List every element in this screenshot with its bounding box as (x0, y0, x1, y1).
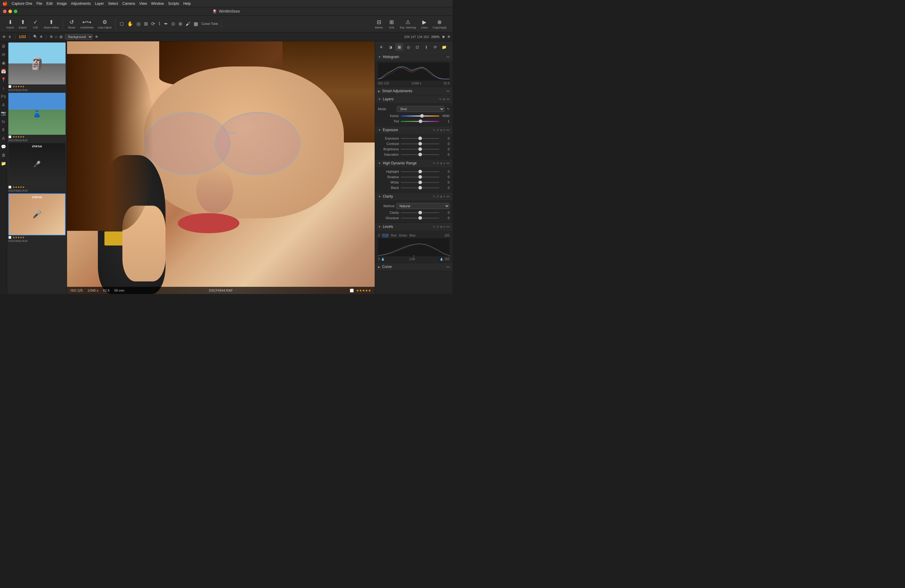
brightness-slider[interactable] (401, 149, 439, 150)
grid-view-button[interactable]: ⊞ (50, 35, 53, 39)
dock-trash-icon[interactable]: 🗑 (2, 153, 6, 157)
export-button[interactable]: ⬆ Export (17, 17, 29, 30)
visibility-toggle[interactable]: 👁 (2, 35, 6, 39)
levels-tab-red[interactable]: Red (391, 234, 396, 237)
thumbnail-3[interactable]: dTikTok 🎤 ★★★★★ DSCF6941.RAF (8, 143, 65, 192)
tool-details-icon[interactable]: ⊞ (395, 43, 403, 51)
zoom-fit-button[interactable]: ◉ (442, 35, 445, 39)
exp-warning-button[interactable]: ⚠ Exp. Warning (398, 17, 418, 30)
dock-finder-icon[interactable]: 🖥 (2, 44, 6, 49)
cursor-rotate-icon[interactable]: ⟳ (150, 20, 156, 28)
zoom-full-button[interactable]: ⊕ (448, 35, 450, 39)
curve-more-icon[interactable]: ••• (446, 265, 449, 269)
tool-exposure-icon[interactable]: ☀ (377, 43, 385, 51)
share-online-button[interactable]: ⬆ Share online (42, 17, 61, 30)
thumb-checkbox-1[interactable] (8, 85, 11, 88)
clarity-thumb[interactable] (418, 211, 422, 215)
white-slider[interactable] (401, 182, 439, 183)
levels-tab-green[interactable]: Green (399, 234, 407, 237)
cursor-clone-icon[interactable]: ⊙ (170, 20, 176, 28)
exp-menu-icon[interactable]: ≡ (443, 129, 445, 132)
clarity-copy-icon[interactable]: ⊕ (440, 195, 442, 198)
white-thumb[interactable] (418, 181, 422, 184)
dock-messages-icon[interactable]: 💬 (1, 144, 6, 149)
levels-tab-rgb[interactable]: RGB (382, 234, 389, 237)
tint-thumb[interactable] (419, 119, 422, 123)
shadow-thumb[interactable] (418, 175, 422, 179)
levels-menu-icon[interactable]: ≡ (443, 225, 445, 229)
tool-color-icon[interactable]: ◑ (386, 43, 394, 51)
exposure-header[interactable]: ▼ Exposure ✎ ↺ ⊕ ≡ ••• (375, 126, 452, 134)
clarity-edit-icon[interactable]: ✎ (433, 195, 435, 198)
layers-edit-icon[interactable]: ✎ (439, 98, 441, 101)
histogram-more-icon[interactable]: ••• (446, 56, 449, 59)
mode-select[interactable]: Shot (397, 106, 445, 112)
levels-eyedropper-right[interactable]: 💧 (440, 257, 443, 261)
cursor-crop-icon[interactable]: ⊞ (143, 20, 149, 28)
layers-copy-icon[interactable]: ⊕ (443, 98, 445, 101)
apple-menu[interactable]: 🍎 (2, 1, 8, 6)
levels-reset-icon[interactable]: ↺ (437, 225, 439, 229)
import-button[interactable]: ⬇ Import (4, 17, 16, 30)
kelvin-slider[interactable] (401, 116, 439, 116)
cursor-zoom-icon[interactable]: ◎ (135, 20, 142, 28)
thumb-checkbox-2[interactable] (8, 135, 11, 138)
highlight-thumb[interactable] (418, 170, 422, 173)
cursor-pen-icon[interactable]: ✒ (163, 20, 169, 28)
kelvin-thumb[interactable] (420, 114, 424, 118)
thumbnail-4[interactable]: dTikTok 🎤 ★★★★★ DSCF6944.RAF (8, 194, 65, 243)
clarity-slider[interactable] (401, 212, 439, 213)
photo-flag-checkbox[interactable] (350, 289, 354, 292)
smart-adj-more-icon[interactable]: ••• (446, 89, 449, 93)
mode-edit-btn[interactable]: ✎ (447, 107, 449, 111)
cursor-heal-icon[interactable]: ⊛ (177, 20, 183, 28)
tag-button[interactable]: ⊕ (40, 35, 43, 39)
hdr-header[interactable]: ▼ High Dynamic Range ✎ ↺ ⊕ ≡ ••• (375, 159, 452, 167)
tool-history-icon[interactable]: ⟳ (431, 43, 439, 51)
levels-more-icon[interactable]: ••• (446, 225, 449, 229)
cursor-gradient-icon[interactable]: ▦ (192, 20, 199, 28)
hdr-reset-icon[interactable]: ↺ (437, 162, 439, 165)
exp-more-icon[interactable]: ••• (446, 129, 449, 132)
curve-header[interactable]: ▶ Curve ••• (375, 263, 452, 271)
copy-apply-button[interactable]: ⊗ Copy/Apply (431, 17, 448, 30)
menu-edit[interactable]: Edit (46, 2, 53, 6)
levels-edit-icon[interactable]: ✎ (433, 225, 435, 229)
close-button[interactable] (3, 10, 6, 13)
menu-scripts[interactable]: Scripts (168, 2, 179, 6)
grid-button[interactable]: ⊞ Grid (386, 17, 397, 30)
menu-window[interactable]: Window (151, 2, 164, 6)
levels-tab-blue[interactable]: Blue (410, 234, 415, 237)
tool-lens-icon[interactable]: ◎ (404, 43, 412, 51)
exposure-thumb[interactable] (418, 137, 422, 140)
shadow-slider[interactable] (401, 176, 439, 178)
clarity-header[interactable]: ▼ Clarity ✎ ↺ ⊕ ≡ ••• (375, 192, 452, 200)
maximize-button[interactable] (14, 10, 17, 13)
dock-chrome-icon[interactable]: ◉ (2, 60, 5, 65)
clarity-menu-icon[interactable]: ≡ (443, 195, 445, 198)
histogram-header[interactable]: ▼ Histogram ••• (375, 53, 452, 61)
brightness-thumb[interactable] (418, 147, 422, 151)
layers-header[interactable]: ▼ Layers ✎ ⊕ ••• (375, 95, 452, 103)
dock-facetime-icon[interactable]: 📷 (1, 111, 6, 116)
structure-slider[interactable] (401, 218, 439, 219)
thumb-checkbox-3[interactable] (8, 186, 11, 189)
undo-redo-button[interactable]: ↩↪ Undo/Redo (78, 17, 96, 30)
exp-edit-icon[interactable]: ✎ (433, 129, 435, 132)
tool-metadata-icon[interactable]: ℹ (422, 43, 430, 51)
method-select[interactable]: Natural (396, 203, 449, 209)
dock-amphetamine-icon[interactable]: A (2, 136, 5, 141)
dock-appletv-icon[interactable]: tv (2, 119, 5, 124)
hdr-copy-icon[interactable]: ⊕ (440, 162, 442, 165)
loupe-view-button[interactable]: □ (55, 35, 57, 39)
contrast-slider[interactable] (401, 143, 439, 144)
menu-help[interactable]: Help (183, 2, 191, 6)
layers-more-icon[interactable]: ••• (446, 98, 449, 101)
menu-adjustments[interactable]: Adjustments (71, 2, 90, 6)
learn-button[interactable]: ▶ Learn (418, 17, 430, 30)
dock-music-icon[interactable]: ♪ (2, 86, 5, 91)
dock-mail-icon[interactable]: ✉ (2, 52, 5, 57)
search-button[interactable]: 🔍 (33, 35, 37, 39)
add-layer-button[interactable]: ⊕ (95, 35, 98, 39)
levels-header[interactable]: ▼ Levels ✎ ↺ ⊕ ≡ ••• (375, 223, 452, 230)
